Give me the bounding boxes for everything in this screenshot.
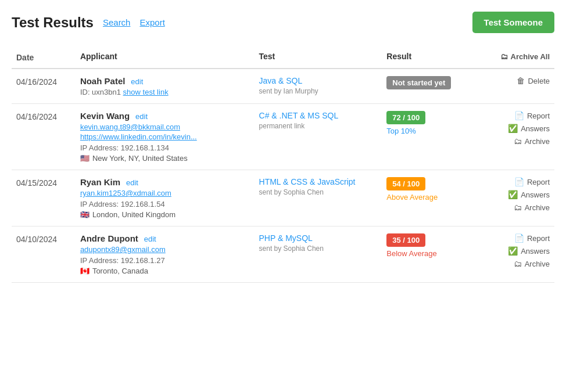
delete-icon: 🗑 <box>517 76 525 85</box>
result-label: Top 10% <box>386 127 467 135</box>
applicant-id: ID: uxn3bn1 show test link <box>80 88 250 96</box>
cell-date: 04/10/2024 <box>12 226 76 283</box>
report-button[interactable]: 📄Report <box>476 177 550 186</box>
answers-button[interactable]: ✅Answers <box>476 124 550 133</box>
cell-date: 04/15/2024 <box>12 170 76 226</box>
report-icon: 📄 <box>514 177 524 186</box>
test-sub: permanent link <box>259 122 378 130</box>
report-label: Report <box>527 234 550 243</box>
col-header-applicant: Applicant <box>76 45 255 69</box>
score-badge: 72 / 100 <box>386 111 425 124</box>
cell-date: 04/16/2024 <box>12 104 76 170</box>
cell-test: HTML & CSS & JavaScriptsent by Sophia Ch… <box>255 170 382 226</box>
answers-icon: ✅ <box>508 246 518 256</box>
flag-icon: 🇬🇧 <box>80 210 89 219</box>
cell-applicant: Andre Dupont editadupontx89@gxmail.comIP… <box>76 226 255 283</box>
score-badge: 54 / 100 <box>386 177 425 190</box>
cell-actions: 📄Report✅Answers🗂Archive <box>471 226 554 283</box>
test-name[interactable]: Java & SQL <box>259 76 378 85</box>
cell-result: 72 / 100Top 10% <box>382 104 471 170</box>
cell-date: 04/16/2024 <box>12 69 76 104</box>
archive-icon: 🗂 <box>514 136 522 146</box>
applicant-ip: IP Address: 192.168.1.54 <box>80 200 250 208</box>
test-sub: sent by Sophia Chen <box>259 188 378 196</box>
test-name[interactable]: C# & .NET & MS SQL <box>259 111 378 120</box>
applicant-location: 🇺🇸 New York, NY, United States <box>80 154 250 163</box>
col-header-date: Date <box>12 45 76 69</box>
result-label: Above Average <box>386 193 467 202</box>
report-icon: 📄 <box>514 111 524 120</box>
show-test-link[interactable]: show test link <box>123 88 169 96</box>
delete-label: Delete <box>528 77 550 85</box>
applicant-location: 🇨🇦 Toronto, Canada <box>80 267 250 275</box>
answers-button[interactable]: ✅Answers <box>476 190 550 199</box>
applicant-email[interactable]: adupontx89@gxmail.com <box>80 245 250 254</box>
answers-icon: ✅ <box>508 124 518 133</box>
col-header-test: Test <box>255 45 382 69</box>
cell-applicant: Kevin Wang editkevin.wang.t89@bkkmail.co… <box>76 104 255 170</box>
archive-button[interactable]: 🗂Archive <box>476 203 550 212</box>
edit-link[interactable]: edit <box>144 235 156 243</box>
archive-label: Archive <box>525 203 550 212</box>
score-badge: 35 / 100 <box>386 233 425 247</box>
report-label: Report <box>527 178 550 186</box>
test-name[interactable]: HTML & CSS & JavaScript <box>259 177 378 186</box>
archive-icon: 🗂 <box>514 203 522 212</box>
score-badge: Not started yet <box>386 76 451 89</box>
table-row: 04/16/2024Kevin Wang editkevin.wang.t89@… <box>12 104 554 170</box>
export-link[interactable]: Export <box>139 17 164 27</box>
applicant-name: Ryan Kim <box>80 177 120 187</box>
edit-link[interactable]: edit <box>126 178 138 187</box>
cell-test: C# & .NET & MS SQLpermanent link <box>255 104 382 170</box>
applicant-name: Noah Patel <box>80 76 126 86</box>
report-button[interactable]: 📄Report <box>476 111 550 120</box>
archive-all-cell: 🗂 Archive All <box>471 45 554 69</box>
table-row: 04/16/2024Noah Patel editID: uxn3bn1 sho… <box>12 69 554 104</box>
answers-label: Answers <box>521 190 550 199</box>
applicant-ip: IP Address: 192.168.1.27 <box>80 256 250 265</box>
test-name[interactable]: PHP & MySQL <box>259 233 378 243</box>
archive-icon: 🗂 <box>514 259 522 268</box>
col-header-result: Result <box>382 45 471 69</box>
cell-test: PHP & MySQLsent by Sophia Chen <box>255 226 382 283</box>
flag-icon: 🇺🇸 <box>80 154 89 163</box>
report-button[interactable]: 📄Report <box>476 233 550 243</box>
archive-all-button[interactable]: 🗂 Archive All <box>476 52 550 61</box>
test-sub: sent by Ian Murphy <box>259 87 378 95</box>
cell-result: 35 / 100Below Average <box>382 226 471 283</box>
delete-button[interactable]: 🗑Delete <box>476 76 550 85</box>
archive-button[interactable]: 🗂Archive <box>476 136 550 146</box>
applicant-name: Kevin Wang <box>80 111 130 121</box>
applicant-email[interactable]: kevin.wang.t89@bkkmail.com <box>80 123 250 131</box>
applicant-linkedin[interactable]: https://www.linkedin.com/in/kevin... <box>80 132 250 141</box>
answers-label: Answers <box>521 124 550 133</box>
applicant-email[interactable]: ryan.kim1253@xdmail.com <box>80 189 250 197</box>
answers-button[interactable]: ✅Answers <box>476 246 550 256</box>
table-header-row: Date Applicant Test Result 🗂 Archive All <box>12 45 554 69</box>
report-label: Report <box>527 112 550 120</box>
cell-result: 54 / 100Above Average <box>382 170 471 226</box>
test-sub: sent by Sophia Chen <box>259 244 378 253</box>
search-link[interactable]: Search <box>103 17 131 27</box>
table-row: 04/15/2024Ryan Kim editryan.kim1253@xdma… <box>12 170 554 226</box>
test-someone-button[interactable]: Test Someone <box>472 12 554 33</box>
edit-link[interactable]: edit <box>131 77 143 86</box>
results-table: Date Applicant Test Result 🗂 Archive All… <box>12 45 554 283</box>
result-label: Below Average <box>386 249 467 258</box>
applicant-name: Andre Dupont <box>80 233 138 243</box>
cell-applicant: Ryan Kim editryan.kim1253@xdmail.comIP A… <box>76 170 255 226</box>
archive-icon: 🗂 <box>500 52 508 61</box>
page-title: Test Results <box>12 15 94 31</box>
answers-icon: ✅ <box>508 190 518 199</box>
flag-icon: 🇨🇦 <box>80 267 89 275</box>
cell-test: Java & SQLsent by Ian Murphy <box>255 69 382 104</box>
header-left: Test Results Search Export <box>12 15 165 31</box>
report-icon: 📄 <box>514 233 524 243</box>
edit-link[interactable]: edit <box>135 112 148 121</box>
applicant-ip: IP Address: 192.168.1.134 <box>80 143 250 152</box>
cell-result: Not started yet <box>382 69 471 104</box>
archive-button[interactable]: 🗂Archive <box>476 259 550 268</box>
answers-label: Answers <box>521 247 550 256</box>
cell-applicant: Noah Patel editID: uxn3bn1 show test lin… <box>76 69 255 104</box>
table-row: 04/10/2024Andre Dupont editadupontx89@gx… <box>12 226 554 283</box>
